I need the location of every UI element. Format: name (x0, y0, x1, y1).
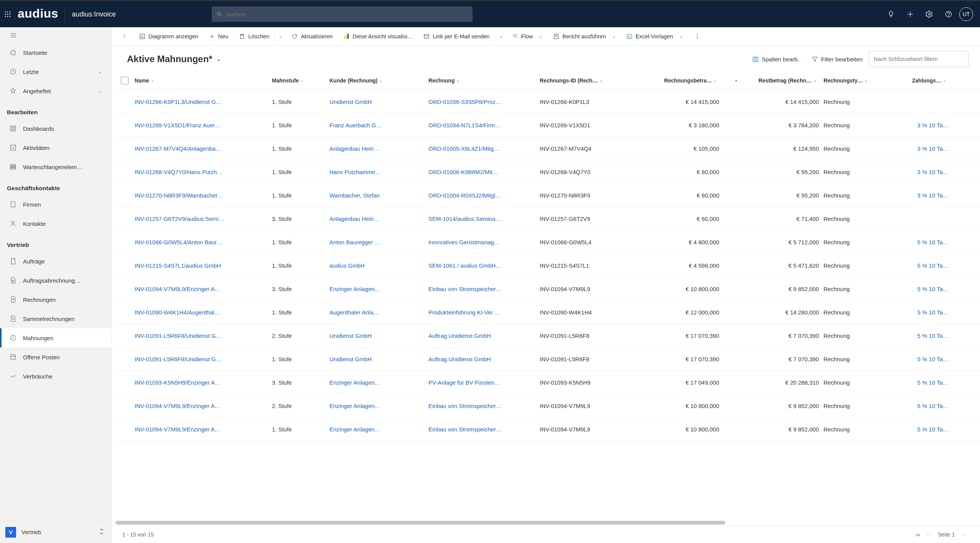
col-betrag[interactable]: Rechnungsbetra…⌄ (639, 77, 724, 84)
cell-kunde[interactable]: Enzinger Anlagen… (329, 379, 428, 386)
horizontal-scrollbar[interactable] (115, 520, 980, 525)
table-row[interactable]: INV-01268-V4Q7Y0/Hans Putzh… 1. Stufe Ha… (115, 160, 980, 184)
search-input[interactable] (226, 11, 468, 18)
table-row[interactable]: INV-01215-S4S7L1/audius GmbH 1. Stufe au… (115, 254, 980, 277)
cmd-delete[interactable]: Löschen (234, 27, 275, 46)
cell-name[interactable]: INV-01215-S4S7L1/audius GmbH (135, 262, 272, 269)
sidebar-item-sammelrechnungen[interactable]: Sammelrechnungen (0, 309, 111, 328)
cell-rechnung[interactable]: Einbau von Stromspeicher… (428, 403, 540, 409)
sidebar-item-kontakte[interactable]: Kontakte (0, 214, 111, 233)
cell-zahl[interactable]: 5 % 10 Ta… (889, 332, 953, 339)
cmd-show-chart[interactable]: Diagramm anzeigen (134, 27, 204, 46)
table-row[interactable]: INV-01091-L5R6F8/Unidienst G… 1. Stufe U… (115, 347, 980, 371)
cell-rechnung[interactable]: ORD-01036-S3S5P8/Proz… (428, 99, 540, 105)
help-icon[interactable] (940, 6, 957, 23)
cell-kunde[interactable]: Enzinger Anlagen… (329, 403, 428, 409)
cell-rechnung[interactable]: ORD-01034-N7L1S4/Firm… (428, 122, 540, 128)
cell-zahl[interactable]: 3 % 10 Ta… (889, 192, 953, 199)
cell-kunde[interactable]: Wambacher, Stefan (329, 192, 428, 199)
col-typ[interactable]: Rechnungsty…⌄ (824, 77, 889, 84)
cmd-overflow[interactable] (690, 27, 704, 46)
cell-name[interactable]: INV-01090-W4K1H4/Augenthal… (135, 309, 272, 316)
keyword-filter-input[interactable] (869, 51, 968, 67)
cmd-new[interactable]: Neu (204, 27, 234, 46)
cell-zahl[interactable]: 5 % 10 Ta… (889, 403, 953, 409)
cmd-excel[interactable]: x Excel-Vorlagen ⌄ (621, 27, 688, 46)
cell-name[interactable]: INV-01267-M7V4Q4/Anlagenba… (135, 145, 272, 152)
cell-name[interactable]: INV-01094-V7M9L9/Enzinger A… (135, 426, 272, 433)
table-row[interactable]: INV-01267-M7V4Q4/Anlagenba… 1. Stufe Anl… (115, 137, 980, 160)
cell-kunde[interactable]: Unidienst GmbH (329, 99, 428, 105)
cell-name[interactable]: INV-01091-L5R6F8/Unidienst G… (135, 332, 272, 339)
cell-kunde[interactable]: Anton Bauregger … (329, 239, 428, 245)
cell-kunde[interactable]: Augenthaler Anla… (329, 309, 428, 316)
app-launcher-icon[interactable] (0, 11, 15, 17)
cmd-refresh[interactable]: Aktualisieren (286, 27, 338, 46)
cell-kunde[interactable]: Hans Putzhamme… (329, 169, 428, 175)
table-row[interactable]: INV-01094-V7M9L9/Enzinger A… 3. Stufe En… (115, 277, 980, 301)
col-rid[interactable]: Rechnungs-ID (Rech…⌄ (540, 77, 639, 84)
table-row[interactable]: INV-01093-K5N5H9/Enzinger A… 3. Stufe En… (115, 371, 980, 394)
table-row[interactable]: INV-01091-L5R6F8/Unidienst G… 2. Stufe U… (115, 324, 980, 347)
cell-rechnung[interactable]: ORD-01006-K9B8M2/Mit… (428, 169, 540, 175)
col-rest[interactable]: Restbetrag (Rechn…⌄ (739, 77, 824, 84)
first-page-button[interactable]: ⏮ (912, 531, 923, 538)
sidebar-area-switcher[interactable]: V Vertrieb (0, 521, 111, 543)
cell-zahl[interactable]: 5 % 10 Ta… (889, 309, 953, 316)
edit-columns-button[interactable]: Spalten bearb. (746, 52, 805, 66)
cell-name[interactable]: INV-01094-V7M9L9/Enzinger A… (135, 286, 272, 292)
cell-rechnung[interactable]: Einbau von Stromspeicher… (428, 426, 540, 433)
cmd-report[interactable]: Bericht ausführen ⌄ (548, 27, 621, 46)
cell-name[interactable]: INV-01257-G6T2V9/audius:Semi… (135, 216, 272, 222)
table-row[interactable]: INV-01066-G0W5L4/Anton Baur… 1. Stufe An… (115, 230, 980, 254)
cell-rechnung[interactable]: Einbau von Stromspeicher… (428, 286, 540, 292)
cmd-visualize[interactable]: Diese Ansicht visualisi… (338, 27, 418, 46)
table-row[interactable]: INV-01269-V1X5D1/Franz Auer… 1. Stufe Fr… (115, 114, 980, 137)
sidebar-item-verbr-uche[interactable]: Verbräuche (0, 367, 111, 386)
cell-rechnung[interactable]: Auftrag Unidienst GmbH (428, 332, 540, 339)
cell-name[interactable]: INV-01266-K0P1L3/Unidienst G… (135, 99, 272, 105)
global-search[interactable] (212, 7, 473, 22)
next-page-button[interactable]: → (959, 531, 969, 538)
cell-rechnung[interactable]: ORD-01004-R0X5J2/Mitgl… (428, 192, 540, 199)
plus-icon[interactable] (902, 6, 919, 23)
cmd-email-link[interactable]: Link per E-Mail senden (418, 27, 495, 46)
sidebar-toggle[interactable] (0, 27, 111, 43)
cell-zahl[interactable]: 5 % 10 Ta… (889, 356, 953, 362)
cmd-email-chevron[interactable]: ⌄ (496, 27, 507, 46)
cell-zahl[interactable]: 3 % 10 Ta… (889, 169, 953, 175)
sidebar-item-aktivit-ten[interactable]: Aktivitäten (0, 138, 111, 157)
table-row[interactable]: INV-01090-W4K1H4/Augenthal… 1. Stufe Aug… (115, 301, 980, 324)
sidebar-item-auftragsabrechnung-[interactable]: Auftragsabrechnung… (0, 271, 111, 290)
sidebar-item-mahnungen[interactable]: Mahnungen (0, 328, 111, 347)
sidebar-item-rechnungen[interactable]: Rechnungen (0, 290, 111, 309)
col-stufe[interactable]: Mahnstufe⌄ (272, 77, 329, 84)
table-row[interactable]: INV-01270-N8R3F9/Wambacher… 1. Stufe Wam… (115, 184, 980, 207)
cell-zahl[interactable]: 5 % 10 Ta… (889, 262, 953, 269)
cell-kunde[interactable]: Enzinger Anlagen… (329, 286, 428, 292)
cell-kunde[interactable]: Enzinger Anlagen… (329, 426, 428, 433)
user-avatar[interactable]: UT (959, 7, 973, 21)
col-rechnung[interactable]: Rechnung⌄ (428, 77, 540, 84)
sidebar-item-offene-posten[interactable]: Offene Posten (0, 347, 111, 367)
cell-kunde[interactable]: audius GmbH (329, 262, 428, 269)
sidebar-item-auftr-ge[interactable]: Aufträge (0, 252, 111, 271)
cell-zahl[interactable]: 3 % 10 Ta… (889, 122, 953, 128)
table-row[interactable]: INV-01266-K0P1L3/Unidienst G… 1. Stufe U… (115, 90, 980, 114)
scrollbar-thumb[interactable] (115, 521, 725, 525)
view-selector[interactable]: Aktive Mahnungen* ⌄ (123, 54, 221, 64)
cell-name[interactable]: INV-01066-G0W5L4/Anton Baur… (135, 239, 272, 245)
cell-rechnung[interactable]: SEM-1014/audius:Semina… (428, 216, 540, 222)
cell-kunde[interactable]: Anlagenbau Heiri… (329, 216, 428, 222)
cell-kunde[interactable]: Anlagenbau Heiri… (329, 145, 428, 152)
gear-icon[interactable] (921, 6, 938, 23)
cell-rechnung[interactable]: ORD-01005-X8L4Z1/Mitg… (428, 145, 540, 152)
sidebar-item-letzte[interactable]: Letzte⌄ (0, 62, 111, 81)
cell-rechnung[interactable]: Auftrag Unidienst GmbH (428, 356, 540, 362)
cell-zahl[interactable]: 5 % 10 Ta… (889, 239, 953, 245)
cell-name[interactable]: INV-01091-L5R6F8/Unidienst G… (135, 356, 272, 362)
sidebar-item-dashboards[interactable]: Dashboards (0, 119, 111, 138)
cmd-delete-chevron[interactable]: ⌄ (275, 27, 286, 46)
cell-rechnung[interactable]: Innovatives Gerüstmanag… (428, 239, 540, 245)
table-row[interactable]: INV-01094-V7M9L9/Enzinger A… 1. Stufe En… (115, 418, 980, 441)
